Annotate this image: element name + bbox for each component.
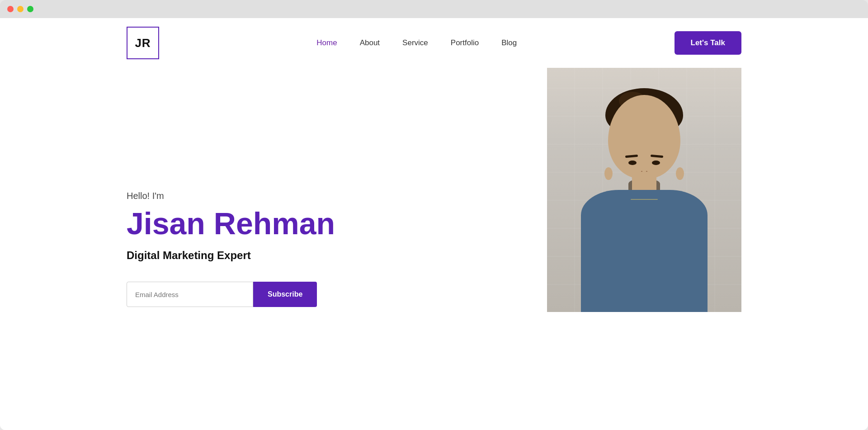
logo-text: JR xyxy=(135,36,151,50)
person-necklace xyxy=(631,199,658,200)
nav-link-home[interactable]: Home xyxy=(316,38,337,47)
nav-item-blog[interactable]: Blog xyxy=(501,38,517,47)
minimize-button[interactable] xyxy=(17,6,24,12)
lets-talk-button[interactable]: Let's Talk xyxy=(675,31,741,55)
nav-item-about[interactable]: About xyxy=(360,38,380,47)
person-figure xyxy=(547,68,741,312)
nav-link-service[interactable]: Service xyxy=(402,38,428,47)
navbar: JR Home About Service Portfolio xyxy=(0,18,868,68)
nav-link-about[interactable]: About xyxy=(360,38,380,47)
nav-link-portfolio[interactable]: Portfolio xyxy=(451,38,479,47)
nav-links: Home About Service Portfolio Blog xyxy=(316,38,517,47)
fullscreen-button[interactable] xyxy=(27,6,33,12)
subscribe-button[interactable]: Subscribe xyxy=(253,282,317,307)
hero-right xyxy=(547,68,741,430)
page-content: JR Home About Service Portfolio xyxy=(0,18,868,430)
nav-item-portfolio[interactable]: Portfolio xyxy=(451,38,479,47)
nav-item-home[interactable]: Home xyxy=(316,38,337,47)
hero-greeting: Hello! I'm xyxy=(127,191,520,201)
webpage: JR Home About Service Portfolio xyxy=(0,18,868,430)
person-eye-right xyxy=(652,161,660,165)
logo[interactable]: JR xyxy=(127,27,159,59)
close-button[interactable] xyxy=(7,6,14,12)
hero-left: Hello! I'm Jisan Rehman Digital Marketin… xyxy=(127,68,547,430)
hero-image xyxy=(547,68,741,312)
person-brow-right xyxy=(651,155,663,158)
person-brow-left xyxy=(625,155,638,158)
person-ear-right xyxy=(676,167,684,180)
nav-link-blog[interactable]: Blog xyxy=(501,38,517,47)
browser-window: JR Home About Service Portfolio xyxy=(0,0,868,430)
titlebar xyxy=(0,0,868,18)
person-body xyxy=(581,190,708,312)
subscribe-form: Subscribe xyxy=(127,282,520,307)
hero-section: Hello! I'm Jisan Rehman Digital Marketin… xyxy=(0,68,868,430)
nav-item-service[interactable]: Service xyxy=(402,38,428,47)
email-input[interactable] xyxy=(127,282,253,307)
hero-title: Digital Marketing Expert xyxy=(127,249,520,262)
person-ear-left xyxy=(604,167,613,180)
hero-name: Jisan Rehman xyxy=(127,207,520,241)
traffic-lights xyxy=(7,6,33,12)
person-eye-left xyxy=(628,161,637,165)
